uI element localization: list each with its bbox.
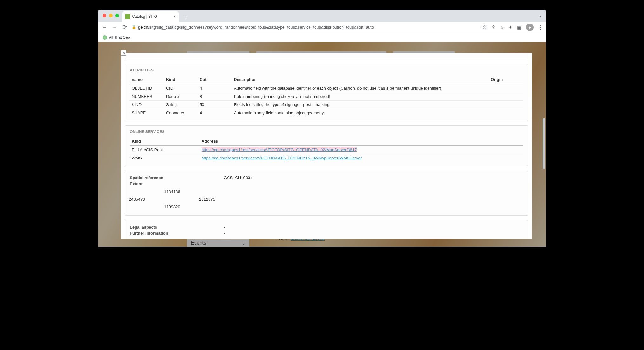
- window-minimize-button[interactable]: [109, 14, 113, 17]
- online-services-section: ONLINE SERVICES Kind Address Esri ArcGIS…: [125, 125, 528, 166]
- col-header-description: Description: [232, 76, 489, 84]
- url-bar: ← → ⟳ 🔒 ge.ch/sitg/sitg_catalog/sitg_don…: [98, 22, 546, 33]
- table-row: OBJECTID OID 4 Automatic field with the …: [130, 84, 523, 92]
- extent-south: 1109820: [164, 205, 180, 209]
- url-domain: ge.ch: [138, 25, 148, 30]
- toolbar-actions: 文 ⇪ ☆ ✦ ▣ ● ⋮: [482, 24, 543, 31]
- spatial-reference-value: GCS_CH1903+: [224, 175, 253, 180]
- extent-east: 2512875: [199, 197, 215, 202]
- address-bar[interactable]: 🔒 ge.ch/sitg/sitg_catalog/sitg_donnees?k…: [132, 25, 478, 30]
- star-icon[interactable]: ☆: [500, 24, 504, 30]
- spatial-section: Spatial reference GCS_CH1903+ Extent 113…: [125, 171, 528, 216]
- viewport-scrollbar-thumb[interactable]: [543, 118, 545, 169]
- window-controls: [103, 14, 119, 17]
- extent-grid: 1134186 2485473 2512875 1109820: [130, 189, 523, 212]
- services-table: Kind Address Esri ArcGIS Rest https://ge…: [130, 137, 523, 162]
- further-info-label: Further information: [130, 231, 224, 236]
- tab-close-icon[interactable]: ×: [173, 14, 176, 19]
- sidebar-item-events[interactable]: Events ⌄: [187, 239, 249, 247]
- table-row: NUMBERS Double 8 Pole numbering (marking…: [130, 92, 523, 101]
- service-link-wms[interactable]: https://ge.ch/sitgags1/services/VECTOR/S…: [202, 156, 362, 160]
- page-viewport: Events ⌄ • WMS: access the service ✕ ATT…: [98, 42, 546, 247]
- table-row: KIND String 50 Fields indicating the typ…: [130, 101, 523, 109]
- col-header-address: Address: [200, 137, 523, 145]
- translate-icon[interactable]: 文: [482, 24, 487, 30]
- extent-label: Extent: [130, 181, 224, 186]
- sidebar-item-label: Events: [191, 240, 206, 246]
- col-header-kind: Kind: [130, 137, 200, 145]
- col-header-origin: Origin: [489, 76, 523, 84]
- url-path: /sitg/sitg_catalog/sitg_donnees?keyword=…: [148, 25, 374, 30]
- new-tab-button[interactable]: +: [182, 13, 190, 22]
- browser-window: Catalog | SITG × + ⌄ ← → ⟳ 🔒 ge.ch/sitg/…: [98, 10, 546, 247]
- table-row: Esri ArcGIS Rest https://ge.ch/sitgags1/…: [130, 145, 523, 154]
- spatial-reference-label: Spatial reference: [130, 175, 224, 180]
- bookmark-icon: [103, 35, 107, 40]
- further-info-value: -: [224, 231, 225, 236]
- service-link-arcgis[interactable]: https://ge.ch/sitgags1/rest/services/VEC…: [202, 147, 357, 152]
- nav-back-button[interactable]: ←: [101, 24, 108, 30]
- tab-favicon: [125, 14, 130, 19]
- browser-tab[interactable]: Catalog | SITG ×: [122, 11, 179, 22]
- legal-aspects-label: Legal aspects: [130, 225, 224, 230]
- legal-section: Legal aspects - Further information -: [125, 220, 528, 239]
- bookmarks-bar: All That Geo: [98, 33, 546, 42]
- dataset-detail-modal: ATTRIBUTES name Kind Cut Description Ori…: [121, 53, 532, 239]
- modal-close-button[interactable]: ✕: [121, 50, 126, 56]
- attributes-table: name Kind Cut Description Origin OBJECTI…: [130, 76, 523, 117]
- table-row: WMS https://ge.ch/sitgags1/services/VECT…: [130, 154, 523, 162]
- extensions-icon[interactable]: ✦: [508, 24, 513, 30]
- window-close-button[interactable]: [103, 14, 106, 17]
- bookmark-item[interactable]: All That Geo: [109, 35, 130, 40]
- chevron-down-icon: ⌄: [242, 240, 246, 246]
- col-header-name: name: [130, 76, 164, 84]
- extent-north: 1134186: [164, 189, 180, 194]
- menu-icon[interactable]: ⋮: [538, 24, 543, 30]
- tabs-dropdown-icon[interactable]: ⌄: [538, 13, 542, 18]
- nav-reload-button[interactable]: ⟳: [122, 24, 128, 30]
- profile-avatar[interactable]: ●: [526, 24, 534, 31]
- col-header-kind: Kind: [164, 76, 198, 84]
- lock-icon: 🔒: [132, 25, 136, 29]
- previous-section-sliver: [125, 53, 528, 59]
- attributes-section: ATTRIBUTES name Kind Cut Description Ori…: [125, 64, 528, 121]
- section-title-services: ONLINE SERVICES: [130, 130, 523, 134]
- col-header-cut: Cut: [198, 76, 232, 84]
- table-row: SHAPE Geometry 4 Automatic binary field …: [130, 109, 523, 117]
- tab-title: Catalog | SITG: [132, 14, 171, 19]
- window-maximize-button[interactable]: [115, 14, 119, 17]
- legal-aspects-value: -: [224, 225, 225, 230]
- extent-west: 2485473: [129, 197, 145, 202]
- tab-bar: Catalog | SITG × + ⌄: [98, 10, 546, 22]
- share-icon[interactable]: ⇪: [491, 24, 495, 30]
- section-title-attributes: ATTRIBUTES: [130, 68, 523, 72]
- nav-forward-button[interactable]: →: [111, 24, 118, 30]
- side-panel-icon[interactable]: ▣: [517, 24, 521, 30]
